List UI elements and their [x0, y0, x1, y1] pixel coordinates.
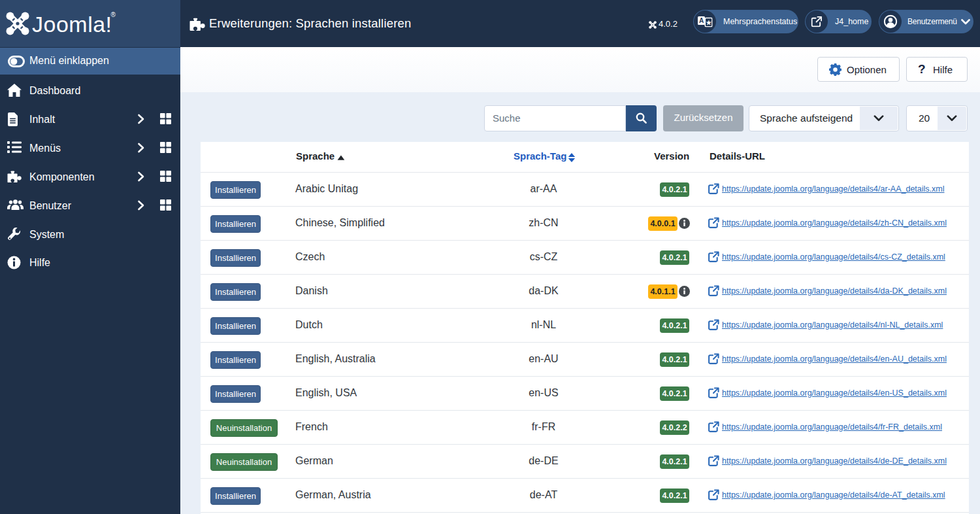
- svg-text:A: A: [699, 17, 704, 24]
- svg-text:★: ★: [706, 19, 711, 26]
